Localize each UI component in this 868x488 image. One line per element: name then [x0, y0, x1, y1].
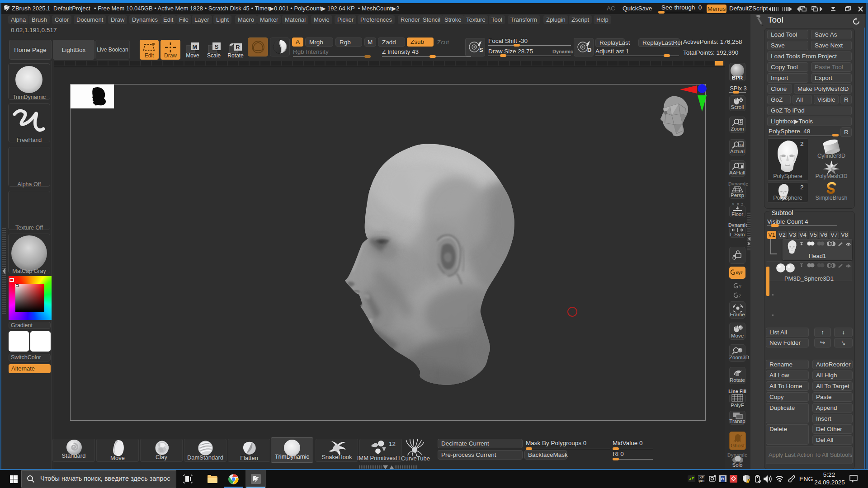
svg-text:x1: x1	[740, 143, 744, 147]
svg-text:R: R	[236, 44, 240, 51]
svg-text:Y: Y	[739, 284, 741, 289]
svg-text:R: R	[721, 477, 724, 481]
svg-text:S: S	[215, 43, 219, 50]
svg-text:S: S	[479, 47, 483, 53]
svg-text:xyz: xyz	[736, 270, 743, 275]
svg-text:Z: Z	[739, 294, 741, 298]
svg-text:M: M	[193, 43, 198, 50]
svg-text:D: D	[587, 47, 591, 53]
